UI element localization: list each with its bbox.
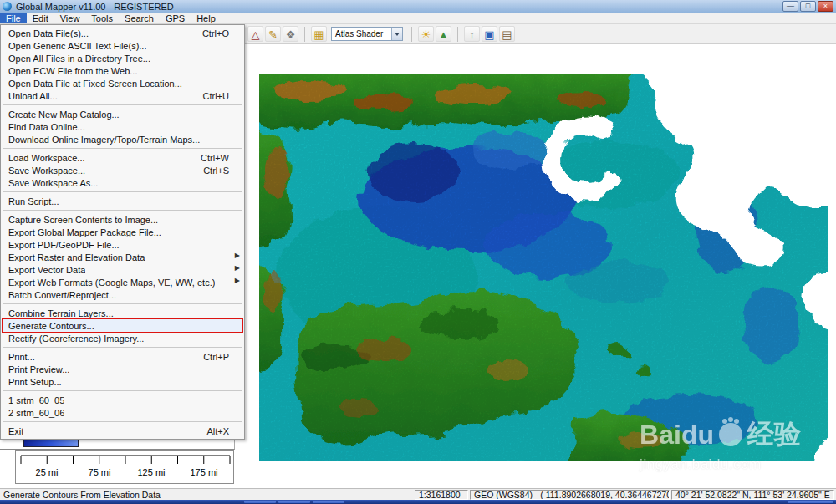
menubar-item-help[interactable]: Help: [191, 13, 222, 23]
digitizer-pencil-icon[interactable]: ✎: [265, 26, 281, 42]
menubar-item-edit[interactable]: Edit: [27, 13, 54, 23]
menu-item-label: Export Vector Data: [8, 265, 85, 275]
menu-item-create-new-map-catalog[interactable]: Create New Map Catalog...: [1, 108, 244, 120]
menu-item-label: Print...: [8, 352, 35, 362]
menu-item-label: Open ECW File from the Web...: [8, 66, 137, 76]
menubar-item-search[interactable]: Search: [119, 13, 160, 23]
atlas-shader-select[interactable]: Atlas Shader: [331, 27, 403, 41]
menu-item-label: Print Setup...: [8, 377, 62, 387]
statusbar-projection: GEO (WGS84) - ( 111.8902668019, 40.36446…: [470, 490, 670, 500]
menu-item-export-global-mapper-package-file[interactable]: Export Global Mapper Package File...: [1, 226, 244, 238]
menu-item-open-all-files-in-a-directory-tree[interactable]: Open All Files in a Directory Tree...: [1, 52, 244, 64]
menu-item-open-data-file-s[interactable]: Open Data File(s)...Ctrl+O: [1, 27, 244, 39]
watermark-brand: Baidu: [640, 420, 714, 451]
menu-item-1-srtm-60-05[interactable]: 1 srtm_60_05: [1, 394, 244, 406]
atlas-shader-value: Atlas Shader: [332, 29, 391, 38]
path-profile-icon[interactable]: △: [247, 26, 263, 42]
menu-item-export-vector-data[interactable]: Export Vector Data▶: [1, 263, 244, 276]
statusbar-scale: 1:3161800: [415, 490, 468, 500]
menu-item-label: Open Generic ASCII Text File(s)...: [8, 41, 146, 51]
menubar-item-gps[interactable]: GPS: [160, 13, 191, 23]
menu-item-label: Save Workspace As...: [8, 178, 98, 188]
submenu-arrow-icon: ▶: [235, 264, 240, 272]
3d-view-icon[interactable]: ▣: [482, 26, 497, 42]
toolbar-separator: [304, 27, 305, 42]
menubar: FileEditViewToolsSearchGPSHelp: [0, 13, 836, 24]
menu-item-label: Load Workspace...: [8, 153, 85, 163]
baidu-paw-logo: [719, 423, 742, 446]
menu-item-label: Save Workspace...: [8, 165, 85, 176]
menubar-item-view[interactable]: View: [54, 13, 86, 23]
menu-item-label: Download Online Imagery/Topo/Terrain Map…: [8, 135, 200, 145]
menu-separator: [3, 148, 242, 149]
menu-separator: [3, 347, 242, 348]
menu-item-label: Find Data Online...: [8, 122, 85, 132]
scale-label: 25 mi: [26, 467, 68, 477]
shader-swatch-icon[interactable]: ▦: [311, 26, 327, 42]
scale-label: 175 mi: [183, 467, 225, 477]
minimize-button[interactable]: —: [782, 1, 798, 12]
menu-item-find-data-online[interactable]: Find Data Online...: [1, 120, 244, 133]
menu-item-load-workspace[interactable]: Load Workspace...Ctrl+W: [1, 151, 244, 164]
hill-shading-icon[interactable]: ☀: [418, 26, 434, 42]
menu-item-save-workspace[interactable]: Save Workspace...Ctrl+S: [1, 164, 244, 176]
menu-item-print-setup[interactable]: Print Setup...: [1, 375, 244, 388]
menu-item-open-generic-ascii-text-file-s[interactable]: Open Generic ASCII Text File(s)...: [1, 39, 244, 52]
menu-item-label: Capture Screen Contents to Image...: [8, 215, 158, 225]
menu-separator: [3, 191, 242, 192]
app-icon: [3, 2, 12, 11]
file-menu: Open Data File(s)...Ctrl+OOpen Generic A…: [0, 24, 245, 440]
toolbar-groups: △✎❖▦Atlas Shader☀▲↑▣▤: [247, 26, 515, 42]
menu-item-label: Batch Convert/Reproject...: [8, 290, 116, 300]
taskbar[interactable]: [0, 500, 836, 504]
window-title: Global Mapper v11.00 - REGISTERED: [16, 2, 174, 12]
menu-item-print[interactable]: Print...Ctrl+P: [1, 350, 244, 363]
menu-item-label: Create New Map Catalog...: [8, 109, 120, 120]
pan-up-icon[interactable]: ↑: [464, 26, 480, 42]
menu-item-export-pdf-geopdf-file[interactable]: Export PDF/GeoPDF File...: [1, 238, 244, 251]
menu-item-unload-all[interactable]: Unload All...Ctrl+U: [1, 89, 244, 102]
menu-item-open-ecw-file-from-the-web[interactable]: Open ECW File from the Web...: [1, 64, 244, 77]
menubar-item-tools[interactable]: Tools: [85, 13, 119, 23]
taskbar-window-button[interactable]: [313, 501, 344, 503]
menu-item-label: Rectify (Georeference) Imagery...: [8, 333, 144, 344]
taskbar-tray[interactable]: [788, 501, 833, 503]
menu-item-download-online-imagery-topo-terrain-maps[interactable]: Download Online Imagery/Topo/Terrain Map…: [1, 133, 244, 145]
menu-item-run-script[interactable]: Run Script...: [1, 195, 244, 207]
menu-item-export-web-formats-google-maps-ve-ww-etc[interactable]: Export Web Formats (Google Maps, VE, WW,…: [1, 276, 244, 288]
menu-item-label: Unload All...: [8, 91, 58, 101]
menu-item-label: Run Script...: [8, 196, 59, 206]
statusbar-message: Generate Contours From Elevation Data: [3, 490, 161, 500]
menu-item-export-raster-and-elevation-data[interactable]: Export Raster and Elevation Data▶: [1, 251, 244, 263]
menu-item-label: Export Raster and Elevation Data: [8, 252, 145, 262]
menu-item-combine-terrain-layers[interactable]: Combine Terrain Layers...: [1, 307, 244, 319]
menubar-item-file[interactable]: File: [0, 13, 27, 23]
scale-ruler: [16, 451, 233, 466]
menu-item-exit[interactable]: ExitAlt+X: [1, 425, 244, 437]
close-button[interactable]: ×: [818, 1, 833, 12]
overlay-control-icon[interactable]: ▤: [499, 26, 515, 42]
taskbar-window-button[interactable]: [278, 501, 310, 503]
measure-tool-icon[interactable]: ❖: [283, 26, 298, 42]
menu-item-label: Generate Contours...: [8, 321, 94, 331]
dropdown-arrow-icon: [391, 28, 402, 40]
menu-item-batch-convert-reproject[interactable]: Batch Convert/Reproject...: [1, 288, 244, 301]
menu-item-rectify-georeference-imagery[interactable]: Rectify (Georeference) Imagery...: [1, 332, 244, 344]
maximize-button[interactable]: □: [800, 1, 816, 12]
menu-item-save-workspace-as[interactable]: Save Workspace As...: [1, 176, 244, 189]
menu-item-generate-contours[interactable]: Generate Contours...: [1, 319, 244, 332]
taskbar-window-button[interactable]: [244, 501, 276, 503]
menu-item-open-data-file-at-fixed-screen-location[interactable]: Open Data File at Fixed Screen Location.…: [1, 77, 244, 89]
menu-shortcut: Alt+X: [206, 426, 229, 436]
terrain-layers-icon[interactable]: ▲: [436, 26, 451, 42]
map-canvas[interactable]: [259, 74, 828, 461]
watermark-url: jingyan.baidu.com: [640, 456, 801, 473]
baidu-watermark: Baidu 经验 jingyan.baidu.com: [640, 416, 801, 473]
menu-separator: [3, 210, 242, 211]
menu-item-label: Export PDF/GeoPDF File...: [8, 240, 120, 250]
toolbar-separator: [457, 27, 458, 42]
menu-item-capture-screen-contents-to-image[interactable]: Capture Screen Contents to Image...: [1, 213, 244, 226]
menu-item-print-preview[interactable]: Print Preview...: [1, 363, 244, 375]
menu-separator: [3, 390, 242, 391]
menu-item-2-srtm-60-06[interactable]: 2 srtm_60_06: [1, 406, 244, 419]
